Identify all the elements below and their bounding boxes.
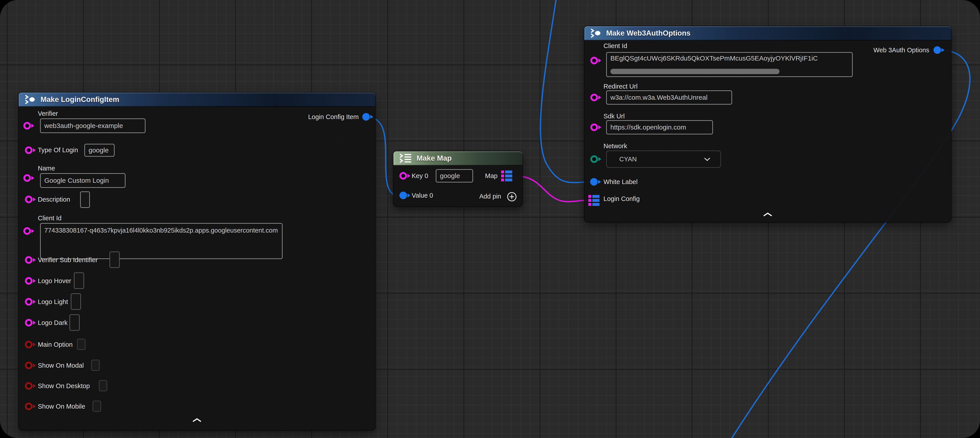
pin-label-name: Name (38, 164, 55, 172)
input-pin-logo-hover[interactable] (25, 277, 32, 285)
redirect-url-input[interactable]: w3a://com.w3a.Web3AuthUnreal (606, 90, 732, 105)
input-pin-type-of-login[interactable] (25, 147, 32, 154)
node-make-web3authoptions[interactable]: Make Web3AuthOptions Web 3Auth Options C… (584, 26, 951, 222)
node-make-loginconfigitem[interactable]: Make LoginConfigItem Login Config Item V… (19, 92, 375, 430)
pin-label-logo-light: Logo Light (38, 298, 68, 306)
node-header[interactable]: Make Web3AuthOptions (584, 26, 951, 40)
input-pin-logo-dark[interactable] (25, 319, 32, 327)
pin-label-verifier: Verifier (38, 110, 58, 118)
graph-canvas[interactable]: Make LoginConfigItem Login Config Item V… (0, 0, 980, 438)
pin-label-sdk-url: Sdk Url (603, 112, 625, 120)
client-id-text: BEglQSgt4cUWcj6SKRdu5QkOXTsePmMcusG5EAoy… (610, 54, 848, 62)
node-make-map[interactable]: Make Map Key 0 google Map Value 0 Add pi… (393, 151, 522, 207)
network-dropdown[interactable]: CYAN (606, 150, 721, 168)
wire-map-to-loginconfig[interactable] (517, 176, 587, 202)
show-on-desktop-checkbox[interactable] (99, 380, 107, 391)
input-pin-network[interactable] (590, 155, 598, 163)
network-selected-value: CYAN (619, 156, 636, 163)
pin-label-client-id: Client Id (603, 42, 627, 50)
input-pin-verifier-sub-identifier[interactable] (25, 256, 32, 264)
blueprint-editor-screenshot: Make LoginConfigItem Login Config Item V… (0, 0, 980, 438)
input-pin-login-config[interactable] (589, 195, 600, 206)
client-id-input[interactable]: 774338308167-q463s7kpvja16l4l0kko3nb925i… (40, 223, 283, 259)
node-header[interactable]: Make Map (393, 151, 522, 166)
verifier-input[interactable]: web3auth-google-example (40, 118, 146, 133)
key0-input[interactable]: google (436, 169, 473, 183)
pin-label-key0: Key 0 (412, 172, 428, 180)
node-header[interactable]: Make LoginConfigItem (19, 92, 375, 107)
input-pin-value0[interactable] (399, 192, 407, 199)
pin-label-description: Description (38, 196, 70, 204)
pin-label-client-id: Client Id (38, 214, 61, 222)
pin-label-type-of-login: Type Of Login (38, 146, 78, 154)
logo-light-input[interactable] (71, 293, 81, 310)
pin-label-show-on-modal: Show On Modal (38, 362, 84, 370)
chevron-down-icon (704, 156, 711, 163)
pin-label-network: Network (603, 142, 627, 150)
collapse-chevron-icon[interactable] (192, 418, 202, 423)
input-pin-logo-light[interactable] (25, 298, 32, 306)
input-pin-redirect-url[interactable] (590, 94, 598, 101)
pin-label-show-on-mobile: Show On Mobile (38, 402, 85, 410)
input-pin-client-id[interactable] (590, 57, 598, 64)
pin-label-redirect-url: Redirect Url (603, 82, 638, 90)
horizontal-scrollbar[interactable] (610, 69, 780, 74)
add-pin-icon[interactable] (506, 191, 517, 203)
input-pin-key0[interactable] (399, 172, 407, 180)
make-struct-icon (24, 94, 36, 105)
input-pin-sdk-url[interactable] (590, 124, 598, 131)
pin-label-value0: Value 0 (412, 191, 433, 199)
output-pin-map[interactable] (501, 170, 512, 182)
verifier-sub-identifier-input[interactable] (110, 252, 120, 268)
input-pin-verifier[interactable] (23, 122, 31, 129)
type-of-login-input[interactable]: google (84, 144, 115, 157)
pin-label-show-on-desktop: Show On Desktop (38, 382, 90, 390)
pin-label-login-config: Login Config (603, 195, 640, 203)
input-pin-show-on-modal[interactable] (25, 362, 32, 369)
input-pin-description[interactable] (25, 196, 32, 203)
pin-label-white-label: White Label (603, 178, 638, 186)
output-pin-web3auth-options[interactable] (934, 46, 941, 54)
pin-label-main-option: Main Option (38, 341, 73, 349)
input-pin-white-label[interactable] (590, 178, 598, 186)
node-title: Make Map (417, 154, 452, 162)
output-pin-login-config-item[interactable] (362, 113, 370, 121)
description-input[interactable] (80, 191, 90, 208)
show-on-mobile-checkbox[interactable] (92, 401, 101, 412)
input-pin-client-id[interactable] (23, 227, 31, 235)
name-input[interactable]: Google Custom Login (40, 173, 126, 188)
add-pin-label: Add pin (479, 192, 501, 200)
client-id-input[interactable]: BEglQSgt4cUWcj6SKRdu5QkOXTsePmMcusG5EAoy… (606, 52, 853, 77)
wire-top-to-whitelabel[interactable] (541, 0, 590, 183)
pin-label-login-config-item: Login Config Item (308, 113, 359, 121)
pin-label-map: Map (485, 172, 498, 180)
sdk-url-input[interactable]: https://sdk.openlogin.com (606, 120, 713, 134)
input-pin-main-option[interactable] (25, 341, 32, 348)
node-title: Make LoginConfigItem (40, 95, 119, 104)
pin-label-logo-dark: Logo Dark (38, 319, 68, 327)
pin-label-web3auth-options: Web 3Auth Options (873, 46, 929, 54)
pin-label-logo-hover: Logo Hover (38, 277, 71, 285)
logo-hover-input[interactable] (74, 272, 84, 289)
pin-label-verifier-sub-identifier: Verifier Sub Identifier (38, 256, 98, 264)
make-struct-icon (590, 28, 602, 38)
logo-dark-input[interactable] (69, 314, 80, 331)
input-pin-show-on-mobile[interactable] (25, 403, 32, 410)
input-pin-name[interactable] (23, 174, 31, 182)
node-title: Make Web3AuthOptions (606, 29, 690, 37)
make-map-icon (399, 153, 412, 163)
collapse-chevron-icon[interactable] (763, 212, 773, 218)
show-on-modal-checkbox[interactable] (91, 360, 100, 371)
input-pin-show-on-desktop[interactable] (25, 382, 32, 390)
main-option-checkbox[interactable] (77, 339, 86, 350)
